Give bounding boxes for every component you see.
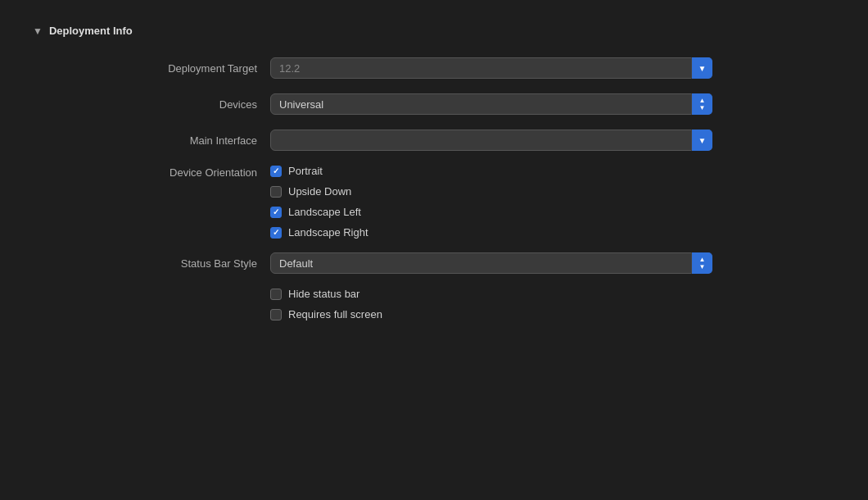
main-interface-wrapper: ▼ [270,130,712,151]
hide-status-bar-checkbox[interactable] [270,289,282,300]
devices-label: Devices [33,98,270,111]
portrait-checkbox-row: Portrait [270,165,712,177]
device-orientation-control: Portrait Upside Down Landscape Left Land… [270,165,712,239]
devices-control: Universal iPhone iPad ▲ ▼ [270,93,712,115]
device-orientation-row: Device Orientation Portrait Upside Down … [33,165,835,239]
chevron-down-icon: ▼ [698,64,707,73]
main-interface-label: Main Interface [33,134,270,147]
deployment-info-section: ▼ Deployment Info Deployment Target 12.2… [0,0,868,358]
main-interface-select[interactable] [270,130,712,151]
requires-full-screen-checkbox[interactable] [270,309,282,320]
deployment-target-wrapper: 12.2 ▼ [270,57,712,79]
upside-down-label: Upside Down [288,185,351,198]
main-interface-control: ▼ [270,130,712,151]
status-bar-style-select[interactable]: Default Light Content Dark Content [270,252,712,274]
status-bar-style-row: Status Bar Style Default Light Content D… [33,252,835,275]
deployment-target-row: Deployment Target 12.2 ▼ [33,57,835,80]
portrait-checkbox[interactable] [270,166,282,177]
landscape-left-checkbox-row: Landscape Left [270,206,712,218]
deployment-target-label: Deployment Target [33,62,270,75]
landscape-right-checkbox-row: Landscape Right [270,226,712,239]
devices-row: Devices Universal iPhone iPad ▲ ▼ [33,93,835,116]
upside-down-checkbox[interactable] [270,186,282,198]
hide-status-bar-label: Hide status bar [288,288,359,300]
requires-full-screen-checkbox-row: Requires full screen [270,308,712,320]
chevron-up-icon: ▲ [699,257,706,263]
deployment-target-select[interactable]: 12.2 [270,57,712,79]
device-orientation-label: Device Orientation [33,165,270,179]
chevron-down-icon: ▼ [699,105,706,111]
landscape-right-checkbox[interactable] [270,227,282,239]
status-bar-style-stepper-btn[interactable]: ▲ ▼ [691,252,712,274]
section-header: ▼ Deployment Info [33,25,835,37]
deployment-target-control: 12.2 ▼ [270,57,712,79]
chevron-down-icon: ▼ [698,136,707,145]
devices-select[interactable]: Universal iPhone iPad [270,93,712,115]
upside-down-checkbox-row: Upside Down [270,185,712,198]
chevron-down-icon: ▼ [699,264,706,270]
landscape-right-label: Landscape Right [288,226,368,239]
status-bar-style-label: Status Bar Style [33,257,270,270]
requires-full-screen-label: Requires full screen [288,308,382,320]
main-interface-dropdown-btn[interactable]: ▼ [691,130,712,151]
collapse-triangle-icon[interactable]: ▼ [33,25,43,37]
section-title: Deployment Info [49,25,133,37]
deployment-target-dropdown-btn[interactable]: ▼ [691,57,712,79]
status-bar-checkbox-group: Hide status bar Requires full screen [270,288,712,320]
status-bar-style-control: Default Light Content Dark Content ▲ ▼ [270,252,712,274]
chevron-up-icon: ▲ [699,98,706,104]
portrait-label: Portrait [288,165,323,177]
landscape-left-checkbox[interactable] [270,207,282,218]
hide-status-bar-row: Hide status bar Requires full screen [33,288,835,320]
devices-stepper-btn[interactable]: ▲ ▼ [691,93,712,115]
hide-status-bar-checkbox-row: Hide status bar [270,288,712,300]
orientation-checkbox-group: Portrait Upside Down Landscape Left Land… [270,165,712,239]
status-bar-style-wrapper: Default Light Content Dark Content ▲ ▼ [270,252,712,274]
devices-wrapper: Universal iPhone iPad ▲ ▼ [270,93,712,115]
hide-status-bar-control: Hide status bar Requires full screen [270,288,712,320]
landscape-left-label: Landscape Left [288,206,361,218]
main-interface-row: Main Interface ▼ [33,129,835,152]
